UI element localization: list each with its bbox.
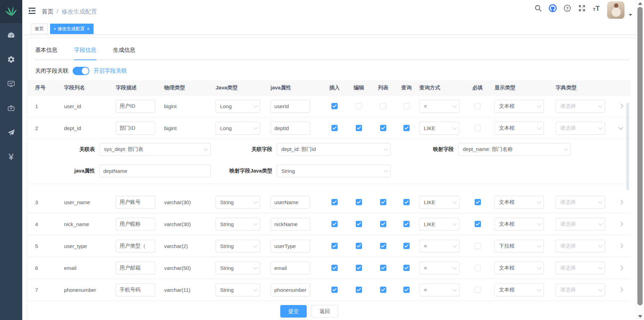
query-type-select[interactable]: = [419,262,459,274]
list-checkbox[interactable] [380,287,386,293]
expand-row-icon[interactable] [618,243,623,248]
scroll-down-arrow-icon[interactable] [638,315,642,318]
font-size-button[interactable]: TT [592,4,601,13]
query-type-select[interactable]: = [419,283,459,296]
browser-scrollbar[interactable] [636,0,644,320]
help-button[interactable]: ? [563,4,572,13]
expand-row-icon[interactable] [618,104,623,109]
query-type-select[interactable]: LIKE [419,218,459,231]
list-checkbox[interactable] [380,221,386,227]
insert-checkbox[interactable] [331,265,338,271]
insert-checkbox[interactable] [331,199,338,205]
java-type-select[interactable]: String [216,218,260,231]
list-checkbox[interactable] [380,265,386,271]
java-type-select[interactable]: String [216,240,260,253]
display-type-select[interactable]: 文本框 [494,262,544,274]
query-type-select[interactable]: LIKE [419,122,459,135]
list-checkbox[interactable] [380,103,386,109]
dict-type-select[interactable]: 请选择 [556,240,605,253]
query-checkbox[interactable] [403,287,410,293]
java-field-input[interactable]: email [271,262,310,274]
insert-checkbox[interactable] [331,287,338,293]
display-type-select[interactable]: 下拉框 [494,240,544,253]
required-checkbox[interactable] [475,265,481,271]
tab-基本信息[interactable]: 基本信息 [35,46,57,54]
sidebar-item-monitor[interactable] [0,72,22,96]
java-type-select[interactable]: Long [216,122,260,135]
dict-type-select[interactable]: 请选择 [556,122,605,135]
sidebar-item-tool[interactable] [0,96,22,120]
github-button[interactable] [548,4,557,13]
close-icon[interactable]: × [87,26,89,32]
query-type-select[interactable]: = [419,240,459,253]
java-field-input[interactable]: phonenumber [271,283,310,296]
edit-checkbox[interactable] [356,199,362,205]
dict-type-select[interactable]: 请选择 [556,100,605,113]
sidebar-item-guide[interactable] [0,120,22,145]
dict-type-select[interactable]: 请选择 [556,218,605,231]
insert-checkbox[interactable] [331,125,338,131]
sidebar-fold-toggle[interactable] [25,5,39,18]
query-checkbox[interactable] [403,199,410,205]
related-field-select[interactable]: dept_id: 部门id [277,143,391,156]
edit-checkbox[interactable] [356,287,362,293]
display-type-select[interactable]: 文本框 [494,196,544,209]
required-checkbox[interactable] [475,287,481,293]
tag-修改生成配置[interactable]: ●修改生成配置× [50,24,94,34]
expand-row-icon[interactable] [618,200,623,205]
expand-row-icon[interactable] [618,287,623,292]
java-field-input[interactable]: userId [271,100,310,113]
search-button[interactable] [533,4,542,13]
java-type-select[interactable]: String [216,262,260,274]
list-checkbox[interactable] [380,243,386,249]
dict-type-select[interactable]: 请选择 [556,262,605,274]
java-field-input[interactable]: deptId [271,122,310,135]
sidebar-item-system[interactable] [0,47,22,72]
query-checkbox[interactable] [403,265,410,271]
breadcrumb-home[interactable]: 首页 [42,8,54,16]
column-comment-input[interactable]: 手机号码 [116,283,155,296]
dict-type-select[interactable]: 请选择 [556,196,605,209]
sidebar-item-pay[interactable]: ¥ [0,145,22,169]
insert-checkbox[interactable] [331,243,338,249]
java-type-select[interactable]: String [216,196,260,209]
related-table-select[interactable]: sys_dept: 部门表 [99,143,211,156]
expand-row-icon[interactable] [618,265,623,270]
tab-生成信息[interactable]: 生成信息 [113,46,135,54]
query-checkbox[interactable] [403,243,410,249]
sidebar-item-dashboard[interactable] [0,23,22,47]
required-checkbox[interactable] [475,243,481,249]
list-checkbox[interactable] [380,125,386,131]
insert-checkbox[interactable] [331,103,338,109]
fullscreen-button[interactable] [577,4,586,13]
edit-checkbox[interactable] [356,125,362,131]
tag-首页[interactable]: 首页 [31,24,48,34]
query-checkbox[interactable] [403,221,410,227]
mapped-field-select[interactable]: dept_name: 部门名称 [458,143,571,156]
field-association-switch[interactable] [73,67,89,75]
column-comment-input[interactable]: 部门ID [116,122,155,135]
back-button[interactable]: 返回 [312,305,338,318]
column-comment-input[interactable]: 用户昵称 [116,218,155,231]
scroll-up-arrow-icon[interactable] [638,2,642,5]
edit-checkbox[interactable] [356,265,362,271]
required-checkbox[interactable] [475,221,481,227]
java-type-select[interactable]: Long [216,100,260,113]
display-type-select[interactable]: 文本框 [494,218,544,231]
insert-checkbox[interactable] [331,221,338,227]
edit-checkbox[interactable] [356,243,362,249]
required-checkbox[interactable] [475,103,481,109]
column-comment-input[interactable]: 用户邮箱 [116,262,155,274]
app-logo[interactable] [0,0,22,23]
browser-scrollbar-thumb[interactable] [637,7,643,305]
query-checkbox[interactable] [403,125,410,131]
column-comment-input[interactable]: 用户类型（ [116,240,155,253]
display-type-select[interactable]: 文本框 [494,122,544,135]
submit-button[interactable]: 提交 [280,305,307,318]
display-type-select[interactable]: 文本框 [494,100,544,113]
java-field-input[interactable]: userType [271,240,310,253]
java-field-input[interactable]: nickName [271,218,310,231]
java-type-select[interactable]: String [216,283,260,296]
mapped-java-type-select[interactable]: String [277,165,391,177]
dict-type-select[interactable]: 请选择 [556,283,605,296]
